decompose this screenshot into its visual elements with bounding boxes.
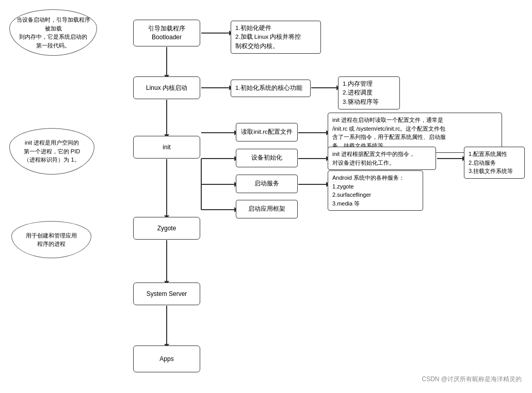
arrow-rc-detail [298,132,327,133]
linux-kernel-box: Linux 内核启动 [133,76,200,99]
arrow-init-appfw [201,209,235,210]
watermark: CSDN @讨厌所有昵称是海洋精灵的 [422,375,522,384]
device-init-detail2-box: 1.配置系统属性 2.启动服务 3.挂载文件系统等 [464,147,525,179]
cloud-init-desc: init 进程是用户空间的 第一个进程，它的 PID （进程标识符）为 1。 [9,128,94,175]
arrow-boot-linux [166,47,167,75]
system-server-box: System Server [133,282,200,305]
cloud-bootloader-desc: 当设备启动时，引导加载程序被加载 到内存中，它是系统启动的 第一段代码。 [9,9,97,56]
bootloader-box: 引导加载程序 Bootloader [133,20,200,46]
init-rc-box: 读取init.rc配置文件 [236,123,298,142]
arrow-device-detail [298,158,327,159]
service-detail-box: Android 系统中的各种服务： 1.zygote 2.surfaceflin… [328,170,423,211]
arrow-bootloader-note [201,33,230,34]
arrow-init-service [201,184,235,185]
init-box: init [133,136,200,159]
start-service-box: 启动服务 [236,175,298,193]
arrow-init-zygote [166,159,167,216]
arrow-init-device [201,158,235,159]
cloud-zygote-desc: 用于创建和管理应用 程序的进程 [11,221,91,258]
arrow-sysserver-apps [166,306,167,344]
kernel-func-box: 1.初始化系统的核心功能 [231,80,311,97]
bootloader-note: 1.初始化硬件 2.加载 Linux 内核并将控 制权交给内核。 [231,21,321,54]
app-framework-box: 启动应用框架 [236,200,298,218]
zygote-box: Zygote [133,217,200,240]
arrow-service-detail [298,184,327,185]
arrow-linux-init [166,100,167,135]
arrow-zygote-sysserver [166,240,167,281]
device-init-detail-box: init 进程根据配置文件中的指令， 对设备进行初始化工作。 [328,147,436,170]
arrow-func-detail [311,87,337,88]
init-branch-line [201,159,202,210]
arrow-linux-func [201,87,230,88]
kernel-detail-box: 1.内存管理 2.进程调度 3.驱动程序等 [338,76,400,109]
apps-box: Apps [133,345,200,372]
device-init-box: 设备初始化 [236,149,298,167]
arrow-init-rc [201,132,235,133]
arrow-detail-detail2 [437,158,463,159]
diagram: 当设备启动时，引导加载程序被加载 到内存中，它是系统启动的 第一段代码。 引导加… [0,0,532,393]
